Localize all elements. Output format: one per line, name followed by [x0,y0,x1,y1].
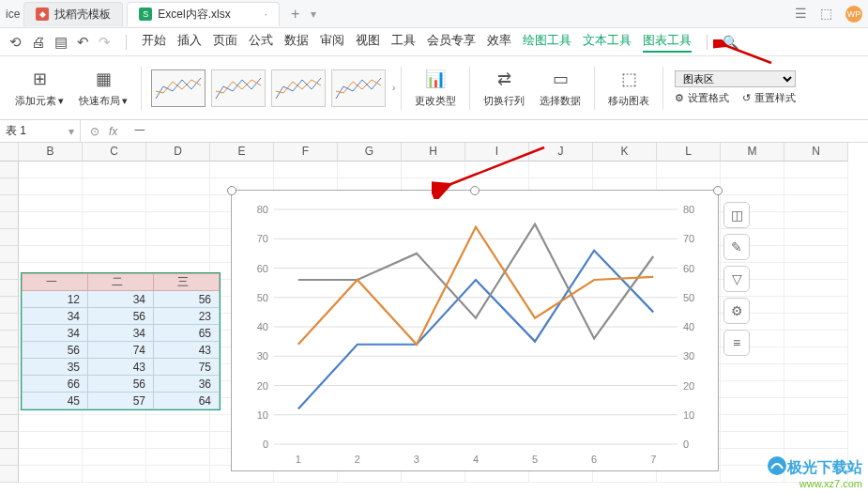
watermark: 极光下载站 www.xz7.com [767,455,862,489]
chart-settings-button[interactable]: ⚙ [723,298,750,324]
chart-style-thumb[interactable] [271,69,326,107]
menu-draw-tools[interactable]: 绘图工具 [523,32,571,53]
switch-rowcol-button[interactable]: ⇄ 切换行列 [476,68,532,108]
column-header[interactable]: M [721,143,784,162]
column-header[interactable]: L [657,143,721,162]
table-cell: 45 [23,393,88,409]
add-tab-button[interactable]: + [283,6,307,23]
column-header[interactable]: D [146,143,210,162]
change-type-button[interactable]: 📊 更改类型 [407,68,464,108]
select-data-button[interactable]: ▭ 选择数据 [532,68,588,108]
table-cell: 34 [23,308,88,325]
column-header[interactable]: F [274,143,338,162]
table-cell: 74 [88,342,154,359]
column-header[interactable]: B [19,143,83,162]
watermark-text: 极光下载站 [787,459,862,475]
set-format-icon: ⚙ [675,92,684,104]
chart-tools-toolbar: ⊞ 添加元素▾ ▦ 快速布局▾ › 📊 更改类型 ⇄ 切换行列 ▭ 选择数据 ⬚… [0,56,868,120]
menu-tools[interactable]: 工具 [391,32,416,53]
gallery-chevron-icon[interactable]: › [389,83,395,93]
chart-object[interactable]: 0010102020303040405050606070708080123456… [231,190,719,471]
print-icon[interactable]: 🖨 [31,34,45,51]
set-format-button[interactable]: 设置格式 [688,91,729,105]
menu-view[interactable]: 视图 [356,32,380,53]
reset-style-button[interactable]: 重置样式 [754,91,796,105]
table-cell: 35 [23,359,88,376]
preview-icon[interactable]: ▤ [54,34,68,51]
chart-area-select[interactable]: 图表区 [675,70,796,87]
search-icon[interactable]: 🔍 [723,35,739,50]
menu-icon[interactable]: ☰ [795,6,807,23]
menu-start[interactable]: 开始 [142,32,166,53]
menu-chart-tools[interactable]: 图表工具 [643,32,692,53]
table-cell: 34 [88,291,154,308]
column-header[interactable]: E [210,143,274,162]
redo-icon[interactable]: ↷ [99,34,111,51]
data-table-selection[interactable]: 一二三1234563456233434655674433543756656364… [21,272,221,410]
chart-styles-button[interactable]: ✎ [723,234,750,260]
svg-text:6: 6 [591,454,597,465]
menu-review[interactable]: 审阅 [320,32,344,53]
column-header[interactable]: I [465,143,529,162]
format-group: 图表区 ⚙设置格式 ↺重置样式 [669,70,801,105]
resize-handle[interactable] [470,186,480,195]
switch-icon: ⇄ [493,68,515,90]
table-cell: 34 [23,325,88,342]
menu-efficiency[interactable]: 效率 [487,32,511,53]
tab-templates[interactable]: ◆ 找稻壳模板 [23,2,123,26]
svg-text:80: 80 [257,204,268,215]
column-header[interactable]: C [83,143,146,162]
tab-workbook[interactable]: S Excel内容.xlsx · [127,2,280,26]
close-icon[interactable]: · [265,8,267,21]
column-header[interactable]: N [784,143,848,162]
svg-text:3: 3 [414,454,419,465]
chart-elements-button[interactable]: ◫ [723,202,750,228]
column-header[interactable]: J [529,143,593,162]
resize-handle[interactable] [227,186,236,195]
chart-style-thumb[interactable] [211,69,266,107]
move-chart-button[interactable]: ⬚ 移动图表 [601,68,657,108]
svg-text:80: 80 [683,204,694,215]
add-element-label: 添加元素 [15,94,56,108]
chart-side-tools: ◫ ✎ ▽ ⚙ ≡ [723,202,750,356]
fx-icon[interactable]: fx [109,125,117,138]
chart-style-thumb[interactable] [151,69,206,107]
tab-dropdown-icon[interactable]: ▾ [311,8,316,21]
svg-text:70: 70 [257,233,268,244]
formula-value[interactable]: 一 [127,123,145,139]
resize-handle[interactable] [713,186,723,195]
menu-insert[interactable]: 插入 [177,32,202,53]
cube-icon[interactable]: ⬚ [820,6,832,23]
table-cell: 65 [154,325,220,342]
chart-filter-button[interactable]: ▽ [723,266,750,292]
menu-data[interactable]: 数据 [284,32,309,53]
menu-tabs: 开始 插入 页面 公式 数据 审阅 视图 工具 会员专享 效率 绘图工具 文本工… [142,32,692,53]
menu-text-tools[interactable]: 文本工具 [583,32,632,53]
chart-adjust-button[interactable]: ≡ [723,330,750,356]
chevron-down-icon: ▾ [122,95,128,107]
chart-style-thumb[interactable] [331,69,386,107]
back-icon[interactable]: ⟲ [9,34,22,51]
add-element-button[interactable]: ⊞ 添加元素▾ [8,68,71,108]
name-box[interactable]: 表 1▾ [0,120,81,142]
column-header[interactable]: H [402,143,465,162]
undo-icon[interactable]: ↶ [77,34,89,51]
avatar[interactable]: WP [845,6,862,23]
zoom-icon[interactable]: ⊙ [90,125,99,138]
change-type-icon: 📊 [424,68,447,90]
column-header[interactable]: G [338,143,402,162]
svg-point-36 [768,456,786,475]
spreadsheet-grid[interactable]: BCDEFGHIJKLMN 一二三12345634562334346556744… [0,143,868,487]
add-element-icon: ⊞ [28,68,51,90]
column-header[interactable]: K [593,143,657,162]
quick-layout-button[interactable]: ▦ 快速布局▾ [71,68,135,108]
menu-formula[interactable]: 公式 [249,32,273,53]
table-cell: 36 [154,376,220,393]
svg-text:10: 10 [257,409,268,421]
menu-member[interactable]: 会员专享 [427,32,476,53]
menu-page[interactable]: 页面 [213,32,237,53]
quick-launch: ⟲ 🖨 ▤ ↶ ↷ [9,34,111,51]
table-cell: 66 [23,376,88,393]
svg-text:5: 5 [532,454,538,465]
table-cell: 64 [154,393,220,409]
